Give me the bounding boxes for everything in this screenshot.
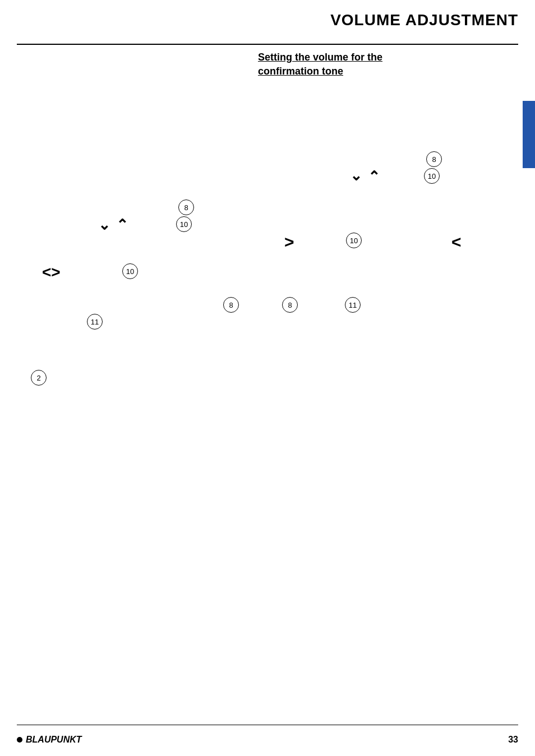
circled-10-left: 10 (122, 263, 138, 279)
up-arrow-symbol-top-right: ⌄ (368, 167, 380, 184)
page-title: VOLUME ADJUSTMENT (330, 11, 518, 29)
page-number: 33 (508, 735, 518, 745)
down-arrow-symbol-mid-left: ⌄ (98, 216, 110, 234)
circled-8-mid1: 8 (178, 200, 194, 215)
blue-tab (523, 101, 535, 168)
subtitle-line2: confirmation tone (258, 66, 343, 77)
page-subtitle: Setting the volume for the confirmation … (258, 50, 382, 78)
left-right-symbol: <> (42, 263, 61, 281)
circled-8-top: 8 (426, 151, 442, 167)
circled-11-left: 11 (87, 314, 103, 330)
blaupunkt-logo: BLAUPUNKT (17, 735, 82, 745)
down-arrow-symbol-top-right: ⌄ (350, 167, 362, 184)
circled-10-mid2: 10 (346, 233, 362, 248)
circled-8-bot2: 8 (282, 297, 298, 313)
circled-11-bot1: 11 (345, 297, 361, 313)
circled-2: 2 (31, 370, 47, 386)
brand-name: BLAUPUNKT (26, 735, 82, 745)
circled-8-bot1: 8 (223, 297, 239, 313)
top-divider-line (17, 44, 518, 45)
circled-10-top: 10 (424, 168, 440, 184)
footer: BLAUPUNKT 33 (17, 735, 518, 745)
left-arrow-symbol-right: < (451, 233, 462, 252)
logo-dot (17, 737, 22, 743)
circled-10-mid1: 10 (176, 216, 192, 232)
up-arrow-symbol-mid-left: ⌃ (116, 216, 128, 234)
subtitle-line1: Setting the volume for the (258, 52, 382, 63)
footer-divider-line (17, 725, 518, 726)
right-arrow-symbol-mid: > (284, 233, 294, 252)
